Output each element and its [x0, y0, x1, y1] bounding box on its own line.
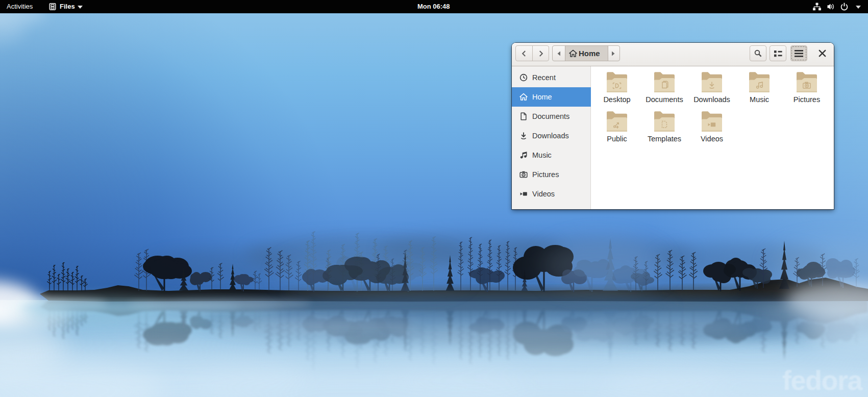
- svg-text:fedora: fedora: [782, 365, 863, 395]
